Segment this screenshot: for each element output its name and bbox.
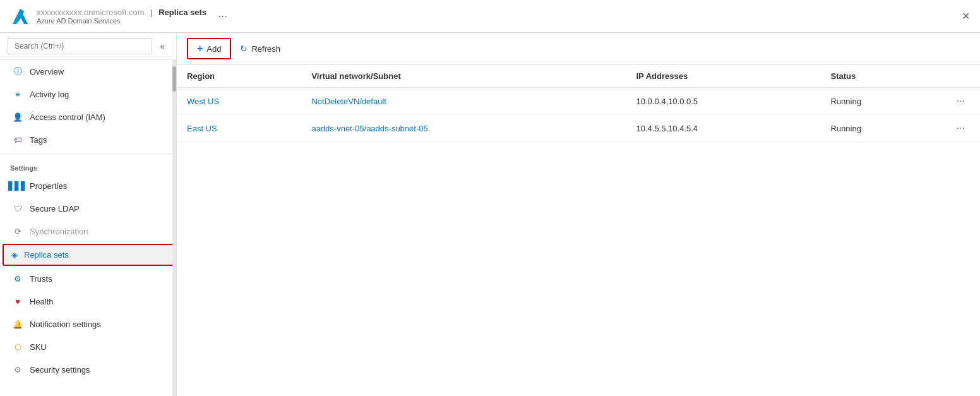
cell-region-1: East US <box>177 115 301 142</box>
tenant-name: xxxxxxxxxxx.onmicrosoft.com <box>37 8 144 17</box>
sidebar-item-sku[interactable]: ⬡ SKU <box>0 335 176 358</box>
sidebar-item-secure-ldap[interactable]: 🛡 Secure LDAP <box>0 197 176 220</box>
title-bar: xxxxxxxxxxx.onmicrosoft.com | Replica se… <box>0 0 980 33</box>
refresh-icon: ↻ <box>240 44 248 54</box>
page-title-full: xxxxxxxxxxx.onmicrosoft.com | Replica se… <box>37 8 206 17</box>
sidebar-item-properties[interactable]: ▋▋▋ Properties <box>0 174 176 197</box>
refresh-button-label: Refresh <box>251 44 280 54</box>
cell-vnet-1: aadds-vnet-05/aadds-subnet-05 <box>301 115 626 142</box>
sidebar-item-properties-label: Properties <box>30 181 67 191</box>
sidebar-item-notification-settings-label: Notification settings <box>30 320 101 329</box>
scrollbar-thumb <box>172 66 176 92</box>
sidebar-search: « <box>0 33 176 60</box>
col-region: Region <box>177 65 301 88</box>
replica-sets-table: Region Virtual network/Subnet IP Address… <box>177 65 980 142</box>
cell-status-0: Running <box>820 88 941 115</box>
add-button[interactable]: + Add <box>187 38 231 59</box>
vnet-link-0[interactable]: NotDeleteVN/default <box>311 97 386 106</box>
page-title: Replica sets <box>158 8 206 17</box>
sidebar-item-access-control[interactable]: 👤 Access control (IAM) <box>0 105 176 128</box>
region-link-0[interactable]: West US <box>187 97 219 106</box>
region-link-1[interactable]: East US <box>187 124 217 133</box>
sidebar-item-trusts-label: Trusts <box>30 274 52 284</box>
sidebar-item-overview-label: Overview <box>30 67 64 76</box>
search-input[interactable] <box>8 38 152 54</box>
notification-settings-icon: 🔔 <box>12 318 23 330</box>
properties-icon: ▋▋▋ <box>12 180 23 191</box>
toolbar: + Add ↻ Refresh <box>177 33 980 65</box>
azure-logo <box>10 6 30 27</box>
row-menu-button-1[interactable]: ··· <box>952 121 970 135</box>
main-layout: « ⓘ Overview ≡ Activity log 👤 Access con… <box>0 33 980 396</box>
col-vnet: Virtual network/Subnet <box>301 65 626 88</box>
sidebar: « ⓘ Overview ≡ Activity log 👤 Access con… <box>0 33 177 396</box>
table-row: East US aadds-vnet-05/aadds-subnet-05 10… <box>177 115 980 142</box>
sidebar-item-overview[interactable]: ⓘ Overview <box>0 60 176 83</box>
cell-menu-0: ··· <box>941 88 980 115</box>
security-settings-icon: ⚙ <box>12 364 23 375</box>
access-control-icon: 👤 <box>12 111 23 123</box>
sidebar-item-replica-sets-label: Replica sets <box>24 250 69 260</box>
sidebar-item-activity-log-label: Activity log <box>30 90 69 99</box>
settings-divider <box>0 153 176 154</box>
sidebar-item-synchronization-label: Synchronization <box>30 227 88 236</box>
settings-header: Settings <box>0 157 176 174</box>
sidebar-item-secure-ldap-label: Secure LDAP <box>30 204 80 213</box>
secure-ldap-icon: 🛡 <box>12 203 23 214</box>
table-row: West US NotDeleteVN/default 10.0.0.4,10.… <box>177 88 980 115</box>
cell-vnet-0: NotDeleteVN/default <box>301 88 626 115</box>
replica-sets-icon: ◈ <box>11 250 18 260</box>
sidebar-item-tags-label: Tags <box>30 135 47 145</box>
cell-ip-0: 10.0.0.4,10.0.0.5 <box>626 88 820 115</box>
title-bar-left: xxxxxxxxxxx.onmicrosoft.com | Replica se… <box>10 6 232 27</box>
sidebar-item-notification-settings[interactable]: 🔔 Notification settings <box>0 313 176 335</box>
cell-menu-1: ··· <box>941 115 980 142</box>
health-icon: ♥ <box>12 296 23 307</box>
cell-ip-1: 10.4.5.5,10.4.5.4 <box>626 115 820 142</box>
sku-icon: ⬡ <box>12 341 23 352</box>
col-actions <box>941 65 980 88</box>
sidebar-item-access-control-label: Access control (IAM) <box>30 112 105 122</box>
plus-icon: + <box>197 43 203 54</box>
sidebar-item-security-settings[interactable]: ⚙ Security settings <box>0 358 176 381</box>
sidebar-item-security-settings-label: Security settings <box>30 365 90 375</box>
ellipsis-menu-button[interactable]: ··· <box>213 7 232 25</box>
overview-icon: ⓘ <box>12 66 23 77</box>
col-status: Status <box>820 65 941 88</box>
vnet-link-1[interactable]: aadds-vnet-05/aadds-subnet-05 <box>311 124 427 133</box>
add-button-label: Add <box>206 44 221 54</box>
sidebar-item-tags[interactable]: 🏷 Tags <box>0 128 176 151</box>
close-button[interactable]: ✕ <box>962 10 970 22</box>
table-area: Region Virtual network/Subnet IP Address… <box>177 65 980 396</box>
col-ip: IP Addresses <box>626 65 820 88</box>
title-separator: | <box>150 8 152 17</box>
sidebar-scrollbar[interactable] <box>172 60 176 396</box>
subtitle: Azure AD Domain Services <box>37 17 206 25</box>
sidebar-item-trusts[interactable]: ⚙ Trusts <box>0 267 176 290</box>
sidebar-item-replica-sets[interactable]: ◈ Replica sets <box>3 244 174 266</box>
table-header-row: Region Virtual network/Subnet IP Address… <box>177 65 980 88</box>
collapse-button[interactable]: « <box>156 40 169 52</box>
row-menu-button-0[interactable]: ··· <box>952 94 970 108</box>
sidebar-nav: ⓘ Overview ≡ Activity log 👤 Access contr… <box>0 60 176 396</box>
sidebar-item-health[interactable]: ♥ Health <box>0 290 176 313</box>
cell-status-1: Running <box>820 115 941 142</box>
sidebar-item-activity-log[interactable]: ≡ Activity log <box>0 83 176 105</box>
cell-region-0: West US <box>177 88 301 115</box>
refresh-button[interactable]: ↻ Refresh <box>234 40 287 57</box>
tags-icon: 🏷 <box>12 134 23 145</box>
sidebar-item-health-label: Health <box>30 297 54 306</box>
trusts-icon: ⚙ <box>12 273 23 284</box>
activity-log-icon: ≡ <box>12 88 23 100</box>
sidebar-item-synchronization[interactable]: ⟳ Synchronization <box>0 220 176 243</box>
synchronization-icon: ⟳ <box>12 225 23 237</box>
content-area: + Add ↻ Refresh Region Virtual network/S… <box>177 33 980 396</box>
sidebar-item-sku-label: SKU <box>30 342 47 352</box>
